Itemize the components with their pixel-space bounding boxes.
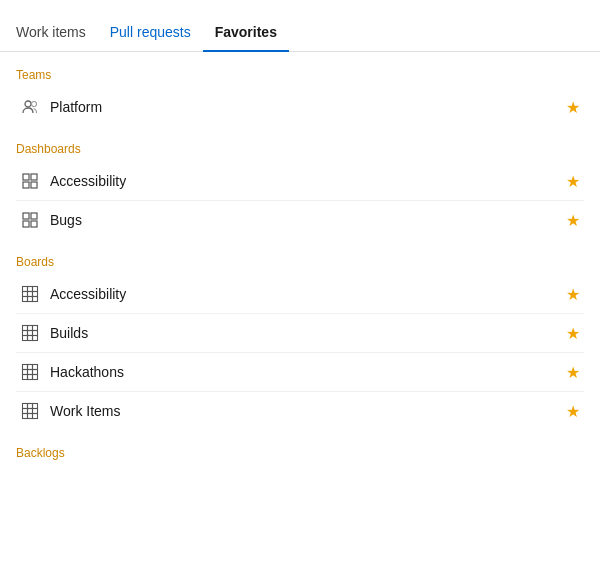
- board-icon: [20, 323, 40, 343]
- list-item[interactable]: Platform ★: [16, 88, 584, 126]
- list-item[interactable]: Hackathons ★: [16, 353, 584, 392]
- star-icon[interactable]: ★: [566, 363, 580, 382]
- svg-rect-31: [23, 370, 28, 375]
- svg-rect-7: [31, 213, 37, 219]
- svg-rect-35: [28, 375, 33, 380]
- svg-rect-32: [28, 370, 33, 375]
- board-icon: [20, 284, 40, 304]
- svg-rect-39: [33, 404, 38, 409]
- svg-rect-26: [28, 336, 33, 341]
- svg-rect-13: [23, 292, 28, 297]
- star-icon[interactable]: ★: [566, 285, 580, 304]
- svg-rect-5: [31, 182, 37, 188]
- svg-rect-41: [28, 409, 33, 414]
- tabs-bar: Work items Pull requests Favorites: [0, 0, 600, 52]
- board-icon: [20, 362, 40, 382]
- svg-rect-45: [33, 414, 38, 419]
- svg-rect-44: [28, 414, 33, 419]
- section-header-teams: Teams: [16, 68, 584, 82]
- svg-point-0: [25, 101, 31, 107]
- dashboards-list: Accessibility ★ Bugs ★: [16, 162, 584, 239]
- svg-rect-23: [28, 331, 33, 336]
- dashboard-icon: [20, 210, 40, 230]
- svg-rect-9: [31, 221, 37, 227]
- item-label: Accessibility: [50, 286, 566, 302]
- item-label: Platform: [50, 99, 566, 115]
- svg-rect-11: [28, 287, 33, 292]
- svg-rect-22: [23, 331, 28, 336]
- tab-favorites[interactable]: Favorites: [203, 12, 289, 52]
- content-wrapper: Teams Platform ★ Dashboards: [0, 52, 600, 581]
- board-icon: [20, 401, 40, 421]
- svg-rect-34: [23, 375, 28, 380]
- svg-rect-24: [33, 331, 38, 336]
- item-label: Accessibility: [50, 173, 566, 189]
- list-item[interactable]: Accessibility ★: [16, 162, 584, 201]
- list-item[interactable]: Bugs ★: [16, 201, 584, 239]
- svg-rect-37: [23, 404, 28, 409]
- svg-rect-27: [33, 336, 38, 341]
- boards-list: Accessibility ★: [16, 275, 584, 430]
- svg-rect-18: [33, 297, 38, 302]
- svg-rect-33: [33, 370, 38, 375]
- star-icon[interactable]: ★: [566, 211, 580, 230]
- section-header-dashboards: Dashboards: [16, 142, 584, 156]
- svg-rect-17: [28, 297, 33, 302]
- favorites-content: Teams Platform ★ Dashboards: [0, 52, 600, 581]
- svg-rect-20: [28, 326, 33, 331]
- svg-rect-43: [23, 414, 28, 419]
- svg-rect-38: [28, 404, 33, 409]
- svg-point-1: [32, 102, 37, 107]
- star-icon[interactable]: ★: [566, 98, 580, 117]
- svg-rect-28: [23, 365, 28, 370]
- teams-list: Platform ★: [16, 88, 584, 126]
- svg-rect-19: [23, 326, 28, 331]
- svg-rect-14: [28, 292, 33, 297]
- list-item[interactable]: Work Items ★: [16, 392, 584, 430]
- svg-rect-4: [23, 182, 29, 188]
- svg-rect-8: [23, 221, 29, 227]
- list-item[interactable]: Accessibility ★: [16, 275, 584, 314]
- svg-rect-12: [33, 287, 38, 292]
- svg-rect-30: [33, 365, 38, 370]
- dashboard-icon: [20, 171, 40, 191]
- svg-rect-36: [33, 375, 38, 380]
- svg-rect-29: [28, 365, 33, 370]
- svg-rect-10: [23, 287, 28, 292]
- star-icon[interactable]: ★: [566, 402, 580, 421]
- star-icon[interactable]: ★: [566, 324, 580, 343]
- item-label: Hackathons: [50, 364, 566, 380]
- svg-rect-25: [23, 336, 28, 341]
- svg-rect-6: [23, 213, 29, 219]
- item-label: Work Items: [50, 403, 566, 419]
- section-header-backlogs: Backlogs: [16, 446, 584, 460]
- svg-rect-21: [33, 326, 38, 331]
- team-icon: [20, 97, 40, 117]
- svg-rect-3: [31, 174, 37, 180]
- svg-rect-40: [23, 409, 28, 414]
- svg-rect-42: [33, 409, 38, 414]
- item-label: Bugs: [50, 212, 566, 228]
- svg-rect-2: [23, 174, 29, 180]
- svg-rect-15: [33, 292, 38, 297]
- list-item[interactable]: Builds ★: [16, 314, 584, 353]
- item-label: Builds: [50, 325, 566, 341]
- svg-rect-16: [23, 297, 28, 302]
- tab-pull-requests[interactable]: Pull requests: [98, 12, 203, 52]
- section-header-boards: Boards: [16, 255, 584, 269]
- star-icon[interactable]: ★: [566, 172, 580, 191]
- tab-work-items[interactable]: Work items: [16, 12, 98, 52]
